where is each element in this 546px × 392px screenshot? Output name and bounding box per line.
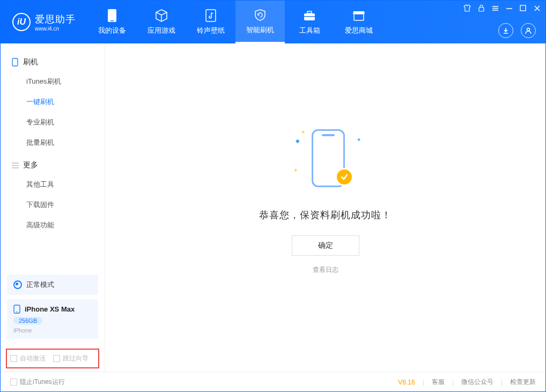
refresh-shield-icon: [253, 8, 267, 22]
nav-label: 爱思商城: [345, 26, 373, 35]
block-itunes-checkbox[interactable]: 阻止iTunes运行: [10, 378, 65, 387]
list-icon: [11, 161, 19, 169]
svg-rect-2: [206, 10, 216, 21]
app-logo: iU 爱思助手 www.i4.cn: [6, 13, 82, 32]
account-button[interactable]: [521, 23, 536, 38]
nav-toolbox[interactable]: 工具箱: [285, 1, 334, 43]
sidebar-item-batch-flash[interactable]: 批量刷机: [1, 132, 105, 153]
sidebar-item-other-tools[interactable]: 其他工具: [1, 174, 105, 195]
checkbox-icon: [10, 355, 17, 362]
sparkle-icon: ◆: [296, 138, 300, 144]
music-file-icon: [204, 9, 218, 23]
app-title: 爱思助手: [35, 13, 76, 26]
nav-store[interactable]: 爱思商城: [334, 1, 383, 43]
device-name: iPhone XS Max: [25, 305, 75, 313]
auto-activate-checkbox[interactable]: 自动激活: [10, 354, 46, 363]
view-log-link[interactable]: 查看日志: [313, 265, 338, 275]
skip-guide-checkbox[interactable]: 跳过向导: [53, 354, 88, 363]
svg-rect-6: [354, 14, 364, 20]
success-illustration: ◆ ✦ ✦ ✦: [293, 125, 358, 195]
sparkle-icon: ✦: [293, 167, 298, 173]
section-title: 刷机: [23, 57, 38, 67]
download-button[interactable]: [498, 23, 513, 38]
toolbox-icon: [302, 9, 316, 23]
svg-rect-0: [108, 9, 116, 22]
device-type: iPhone: [13, 327, 92, 334]
sidebar: 刷机 iTunes刷机 一键刷机 专业刷机 批量刷机 更多 其他工具 下载固件 …: [1, 43, 105, 372]
nav-label: 工具箱: [299, 26, 320, 35]
sidebar-item-oneclick-flash[interactable]: 一键刷机: [1, 92, 105, 112]
sidebar-section-more[interactable]: 更多: [1, 156, 105, 174]
main-nav: 我的设备 应用游戏 铃声壁纸 智能刷机 工具箱 爱思商城: [87, 1, 383, 43]
sidebar-item-download-firmware[interactable]: 下载固件: [1, 195, 105, 215]
main-content: ◆ ✦ ✦ ✦ 恭喜您，保资料刷机成功啦！ 确定 查看日志: [105, 43, 545, 372]
sidebar-item-pro-flash[interactable]: 专业刷机: [1, 112, 105, 132]
svg-rect-5: [304, 16, 315, 17]
check-badge-icon: [335, 168, 353, 186]
options-highlight: 自动激活 跳过向导: [6, 349, 99, 368]
app-subtitle: www.i4.cn: [35, 26, 76, 32]
lock-icon[interactable]: [477, 4, 485, 12]
nav-flash[interactable]: 智能刷机: [235, 1, 285, 43]
sidebar-item-advanced[interactable]: 高级功能: [1, 215, 105, 235]
support-link[interactable]: 客服: [432, 378, 445, 387]
window-controls: [463, 4, 541, 12]
device-card[interactable]: iPhone XS Max 256GB iPhone: [7, 299, 98, 339]
device-icon: [105, 9, 119, 23]
svg-rect-1: [110, 20, 114, 21]
svg-point-12: [17, 312, 18, 313]
mode-label: 正常模式: [26, 280, 54, 290]
sparkle-icon: ✦: [301, 129, 305, 135]
status-bar: 阻止iTunes运行 V8.16 | 客服 | 微信公众号 | 检查更新: [1, 372, 545, 392]
close-button[interactable]: [533, 4, 541, 12]
mode-icon: [13, 280, 22, 289]
minimize-button[interactable]: [505, 4, 513, 12]
device-phone-icon: [13, 305, 20, 314]
maximize-button[interactable]: [519, 4, 527, 12]
section-title: 更多: [23, 160, 38, 170]
storage-badge: 256GB: [13, 317, 42, 324]
sparkle-icon: ✦: [357, 137, 361, 143]
nav-label: 智能刷机: [246, 25, 274, 35]
nav-my-device[interactable]: 我的设备: [87, 1, 137, 43]
app-header: iU 爱思助手 www.i4.cn 我的设备 应用游戏 铃声壁纸 智能刷机 工具…: [1, 1, 545, 43]
svg-rect-10: [12, 58, 18, 66]
success-message: 恭喜您，保资料刷机成功啦！: [259, 209, 392, 221]
svg-rect-8: [520, 5, 526, 11]
tshirt-icon[interactable]: [463, 4, 471, 12]
nav-label: 我的设备: [98, 26, 126, 35]
checkbox-icon: [53, 355, 60, 362]
nav-apps[interactable]: 应用游戏: [137, 1, 186, 43]
cube-icon: [154, 9, 168, 23]
version-label: V8.16: [398, 379, 415, 386]
store-icon: [352, 9, 366, 23]
svg-rect-7: [479, 8, 484, 11]
nav-ringtones[interactable]: 铃声壁纸: [186, 1, 235, 43]
sidebar-section-flash[interactable]: 刷机: [1, 53, 105, 71]
sidebar-item-itunes-flash[interactable]: iTunes刷机: [1, 71, 105, 92]
mode-card[interactable]: 正常模式: [7, 275, 98, 295]
check-update-link[interactable]: 检查更新: [510, 378, 536, 387]
ok-button[interactable]: 确定: [292, 235, 359, 256]
nav-label: 铃声壁纸: [197, 26, 225, 35]
svg-rect-4: [307, 11, 312, 13]
svg-point-9: [527, 28, 530, 31]
nav-label: 应用游戏: [147, 26, 175, 35]
checkbox-icon: [10, 379, 17, 386]
menu-icon[interactable]: [491, 4, 499, 12]
wechat-link[interactable]: 微信公众号: [461, 378, 493, 387]
phone-icon: [11, 58, 19, 66]
logo-icon: iU: [12, 13, 31, 31]
